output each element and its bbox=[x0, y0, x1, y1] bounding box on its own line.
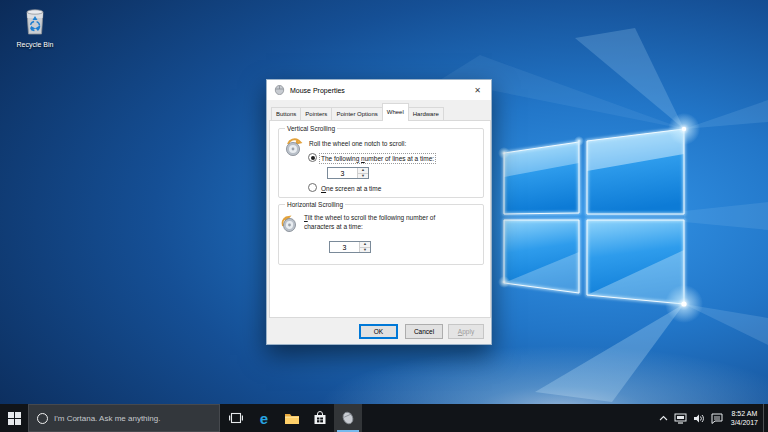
edge-icon: e bbox=[260, 411, 268, 426]
horizontal-scrolling-label: Horizontal Scrolling bbox=[285, 201, 345, 209]
tab-wheel[interactable]: Wheel bbox=[382, 103, 409, 121]
mouse-properties-dialog: Mouse Properties ✕ Buttons Pointers Poin… bbox=[266, 79, 492, 345]
radio-lines[interactable]: The following number of lines at a time: bbox=[308, 153, 436, 164]
network-icon bbox=[674, 413, 687, 424]
chevron-up-icon bbox=[659, 415, 668, 421]
vertical-scrolling-label: Vertical Scrolling bbox=[285, 125, 337, 133]
close-button[interactable]: ✕ bbox=[464, 80, 491, 100]
apply-button[interactable]: Apply bbox=[448, 324, 484, 339]
cortana-icon bbox=[37, 413, 48, 424]
mouse-icon bbox=[274, 85, 285, 95]
wheel-tab-panel: Vertical Scrolling Roll the wheel one no… bbox=[269, 120, 491, 318]
dialog-titlebar[interactable]: Mouse Properties ✕ bbox=[267, 80, 491, 100]
clock-date: 3/4/2017 bbox=[731, 418, 758, 427]
store-button[interactable] bbox=[306, 404, 334, 432]
chars-input[interactable] bbox=[330, 242, 359, 252]
task-view-icon bbox=[229, 412, 243, 424]
tab-buttons[interactable]: Buttons bbox=[271, 107, 301, 121]
show-desktop-button[interactable] bbox=[763, 404, 768, 432]
tab-hardware[interactable]: Hardware bbox=[408, 107, 444, 121]
start-button[interactable] bbox=[0, 404, 28, 432]
lines-spin-buttons: ▲ ▼ bbox=[357, 168, 368, 178]
file-explorer-icon bbox=[284, 412, 300, 425]
radio-lines-label: The following number of lines at a time: bbox=[319, 153, 436, 164]
action-center-button[interactable] bbox=[708, 404, 726, 432]
clock[interactable]: 8:52 AM 3/4/2017 bbox=[726, 409, 763, 427]
chars-spinner: ▲ ▼ bbox=[329, 241, 371, 253]
dialog-title: Mouse Properties bbox=[290, 87, 345, 94]
store-icon bbox=[313, 411, 327, 425]
volume-button[interactable] bbox=[690, 404, 708, 432]
network-button[interactable] bbox=[671, 404, 690, 432]
cancel-button[interactable]: Cancel bbox=[405, 324, 443, 339]
radio-screen-label: One screen at a time bbox=[319, 183, 383, 194]
radio-screen[interactable]: One screen at a time bbox=[308, 183, 383, 194]
spin-down-icon[interactable]: ▼ bbox=[360, 248, 370, 253]
system-tray: 8:52 AM 3/4/2017 bbox=[656, 404, 768, 432]
horizontal-wheel-icon bbox=[280, 213, 298, 233]
mouse-app-icon bbox=[341, 411, 355, 425]
tab-pointer-options[interactable]: Pointer Options bbox=[331, 107, 382, 121]
action-center-icon bbox=[711, 413, 723, 424]
recycle-bin-icon bbox=[22, 6, 48, 36]
desktop: Recycle Bin Mouse Properties ✕ Buttons P… bbox=[0, 0, 768, 432]
tray-chevron-button[interactable] bbox=[656, 404, 671, 432]
mouse-properties-taskbar-button[interactable] bbox=[334, 404, 362, 432]
search-input[interactable] bbox=[54, 414, 219, 423]
lines-input[interactable] bbox=[328, 168, 357, 178]
chars-spin-buttons: ▲ ▼ bbox=[359, 242, 370, 252]
spin-down-icon[interactable]: ▼ bbox=[358, 174, 368, 179]
speaker-icon bbox=[693, 413, 705, 424]
recycle-bin[interactable]: Recycle Bin bbox=[8, 6, 62, 48]
horizontal-description: Tilt the wheel to scroll the following n… bbox=[304, 213, 460, 231]
vertical-wheel-icon bbox=[285, 137, 303, 157]
taskbar-apps: e bbox=[222, 404, 362, 432]
start-icon bbox=[8, 412, 21, 425]
cortana-search-box[interactable] bbox=[28, 404, 220, 432]
ok-button[interactable]: OK bbox=[359, 324, 398, 339]
recycle-bin-label: Recycle Bin bbox=[8, 41, 62, 48]
radio-screen-button[interactable] bbox=[308, 183, 317, 192]
tab-strip: Buttons Pointers Pointer Options Wheel H… bbox=[271, 103, 443, 121]
edge-button[interactable]: e bbox=[250, 404, 278, 432]
task-view-button[interactable] bbox=[222, 404, 250, 432]
lines-spinner: ▲ ▼ bbox=[327, 167, 369, 179]
file-explorer-button[interactable] bbox=[278, 404, 306, 432]
tab-pointers[interactable]: Pointers bbox=[300, 107, 332, 121]
vertical-description: Roll the wheel one notch to scroll: bbox=[309, 139, 406, 148]
close-icon: ✕ bbox=[474, 86, 481, 95]
radio-lines-button[interactable] bbox=[308, 153, 317, 162]
taskbar: e bbox=[0, 404, 768, 432]
dialog-footer: OK Cancel Apply bbox=[267, 316, 491, 344]
clock-time: 8:52 AM bbox=[731, 409, 758, 418]
